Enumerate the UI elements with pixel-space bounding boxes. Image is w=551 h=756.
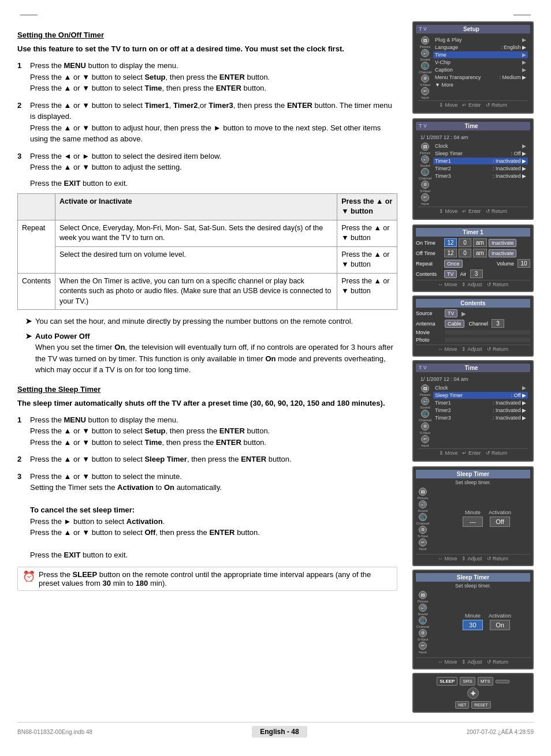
step-2: 2 Press the ▲ or ▼ button to select Time… [17,100,397,145]
step-1-text: Press the MENU button to display the men… [30,60,397,94]
contents-ch-value: 3 [492,319,504,328]
timer1-volume-label: Volume [497,261,514,267]
time1-title: Time [464,123,478,129]
remote-sleep-btn[interactable]: SLEEP [437,677,457,686]
contents-source-value: TV [445,309,457,317]
sleep1-minute-col: Minute --- [463,510,483,527]
repeat-sub-action: Select Once, Everyday, Mon-Fri, Mon- Sat… [55,220,337,246]
t2-sleep-label: Sleep Timer [435,392,463,398]
timer1-footer: ↔ Move ⇕ Adjust ↺ Return [416,280,530,289]
setup-brand: T V [419,26,427,32]
sleep2-minute-col: Minute 30 [463,613,483,630]
timer1-footer-move: ↔ Move [438,282,457,287]
setup-footer-move: ⇕ Move [439,102,458,108]
table-col-label [18,193,55,220]
t1-timer2: Timer2 : Inactivated ▶ [433,165,528,172]
sleep1-controls: 🖼 Picture 🔊 Sound 📺 Channel ⚙ S-Navi ↩ I… [416,488,530,551]
t2-clock-label: Clock [435,385,448,391]
t2-timer1: Timer1 : Inactivated ▶ [433,399,528,406]
contents-header: Contents [416,299,530,308]
sleep1-row: Minute --- Activation Off [444,510,530,527]
remote-reset-btn[interactable]: RESET [471,701,490,709]
timer1-on-m: 0 [459,238,471,247]
sleep1-activation-label: Activation [489,510,511,515]
contents-photo-bar [445,338,530,342]
t2-timer1-label: Timer1 [435,400,451,406]
contents-source-arrow: ▶ [461,310,466,317]
note-1: ➤ You can set the hour, and minute direc… [25,316,397,327]
sleep2-activation-col: Activation On [489,613,511,630]
remote-net-btn[interactable]: NET [455,701,469,709]
transparency-label: Menu Transparency [435,74,481,80]
language-value: : English ▶ [501,44,526,50]
contents-antenna-row: Antenna Cable Channel 3 [416,319,530,328]
sleep2-footer-move: ↔ Move [438,659,457,665]
transparency-value: : Medium ▶ [499,74,526,80]
t1-clock-label: Clock [435,143,448,149]
time2-body: 1/ 1/2007 12 : 04 am 🖼 Picture 🔊 Sound 📺… [416,374,530,458]
sound-label: Sound [420,58,430,61]
sleep2-minute-label: Minute [465,613,481,619]
sleep2-activation-label: Activation [489,613,511,619]
remote-dpad-icon: ✚ [467,687,479,699]
t2-channel-label: Channel [419,418,431,422]
sleep2-activation-value: On [490,620,510,630]
timer-table: Activate or Inactivate Press the ▲ or ▼ … [17,193,397,310]
timer1-on-ampm: am [473,238,487,247]
menu-time: Time ▶ [433,51,528,58]
t2-picture-icon: 🖼 [421,384,429,392]
repeat-sub-method: Press the ▲ or ▼ button [337,220,397,246]
time2-row-group: 🖼 Picture 🔊 Sound 📺 Channel ⚙ S-Navi ↩ I… [418,384,528,447]
time1-footer-return: ↺ Return [486,208,508,214]
timer1-on-label: On Time [416,240,442,246]
sleep1-activation-col: Activation Off [489,510,511,527]
t1-channel-icon: 📺 [421,168,429,176]
time2-menu-col: Clock ▶ Sleep Timer : Off ▶ Timer1 : Ina… [433,384,528,447]
time1-row-group: 🖼 Picture 🔊 Sound 📺 Channel ⚙ S-Navi ↩ I… [418,143,528,205]
time1-menu-col: Clock ▶ Sleep Timer : Off ▶ Timer1 : Ina… [433,143,528,205]
timer1-contents-label: Contents [416,271,442,277]
contents-ch-label: Channel [469,321,489,327]
s1-channel-icon: 📺 [419,513,427,521]
table-row-repeat: Repeat Select Once, Everyday, Mon-Fri, M… [18,220,397,246]
t1-clock: Clock ▶ [433,143,528,149]
t1-timer1: Timer1 : Inactivated ▶ [433,158,528,164]
note-text-2: Auto Power Off When you set the timer On… [35,331,397,376]
remote-center: ✚ NET RESET [416,687,530,709]
remote-mts-btn[interactable]: MTS [478,677,493,686]
t1-sleep: Sleep Timer : Off ▶ [433,150,528,157]
setup-spacer [516,26,527,32]
language-label: Language [435,44,458,50]
s2-picture-icon: 🖼 [419,591,427,599]
t2-timer3-value: : Inactivated ▶ [493,415,526,421]
sleep-step-1: 1 Press the MENU button to display the m… [17,414,397,448]
sleep-step-2: 2 Press the ▲ or ▼ button to select Slee… [17,454,397,465]
t2-timer2: Timer2 : Inactivated ▶ [433,407,528,414]
menu-more: ▼ More [433,81,528,88]
sleep2-footer-return: ↺ Return [487,659,509,665]
sleep-screen-2: Sleep Timer Set sleep timer. 🖼 Picture 🔊… [412,570,534,669]
sleep1-footer-return: ↺ Return [487,556,509,562]
contents-action: When the On Timer is active, you can tur… [55,273,337,310]
timer1-repeat-label: Repeat [416,261,442,267]
repeat-label: Repeat [18,220,55,273]
t1-clock-arrow: ▶ [522,143,526,149]
sleep2-controls: 🖼 Picture 🔊 Sound 📺 Channel ⚙ S-Navi ↩ I… [416,591,530,654]
time1-date: 1/ 1/2007 12 : 04 am [418,133,528,141]
t2-clock: Clock ▶ [433,384,528,391]
t1-timer3: Timer3 : Inactivated ▶ [433,173,528,179]
sleep-step-2-num: 2 [17,454,25,465]
timer1-on-row: On Time 12 0 am Inactivate [416,238,530,247]
sound-icon: 🔊 [421,49,429,57]
sleep1-subtitle: Set sleep timer. [416,480,530,485]
step-1: 1 Press the MENU button to display the m… [17,60,397,94]
contents-footer: ↔ Move ⇕ Adjust ↺ Return [416,345,530,353]
t2-sound-icon: 🔊 [421,397,429,405]
s2-setup-icon: ⚙ [419,629,427,637]
sleep-step-3: 3 Press the ▲ or ▼ button to select the … [17,471,397,561]
s1-channel-label: Channel [416,522,429,525]
time-screen-1-header: T V Time [416,122,530,130]
remote-row-1: SLEEP SRS MTS [437,677,509,686]
t1-picture-icon: 🖼 [421,143,429,151]
remote-srs-btn[interactable]: SRS [460,677,475,686]
